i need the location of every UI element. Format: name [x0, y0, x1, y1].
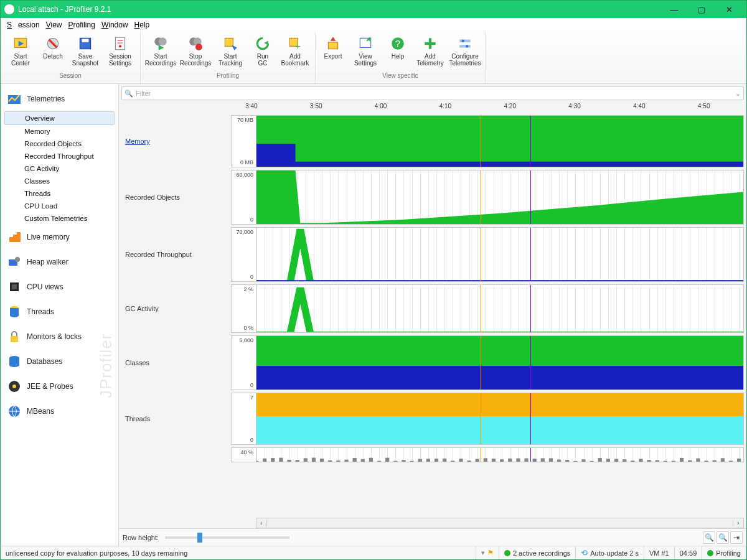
- y-axis: 70 MB0 MB: [231, 115, 256, 167]
- toolbar-run-gc[interactable]: RunGC: [248, 34, 278, 72]
- menubar: Session View Profiling Window Help: [1, 18, 746, 32]
- menu-profiling[interactable]: Profiling: [68, 21, 95, 29]
- svg-rect-6: [115, 37, 125, 50]
- marker-tools[interactable]: ▾ ⚑: [476, 546, 499, 559]
- chart-label: Recorded Objects: [121, 170, 231, 225]
- chart-label: [121, 447, 231, 462]
- sidebar-heap-walker[interactable]: Heap walker: [1, 250, 118, 274]
- time-status: 04:59: [675, 546, 703, 559]
- svg-point-9: [159, 37, 167, 45]
- sidebar-item-gc-activity[interactable]: GC Activity: [1, 162, 118, 175]
- toolbar-view-settings[interactable]: ViewSettings: [348, 34, 383, 72]
- sidebar-item-threads[interactable]: Threads: [1, 187, 118, 200]
- svg-point-40: [10, 314, 19, 317]
- toolbar-help[interactable]: ?Help: [383, 34, 413, 72]
- toolbar-stop-rec[interactable]: StopRecordings: [178, 34, 213, 72]
- menu-view[interactable]: View: [46, 21, 62, 29]
- scroll-left-icon[interactable]: ‹: [256, 520, 267, 526]
- minimize-button[interactable]: —: [660, 1, 688, 18]
- sidebar-item-cpu-load[interactable]: CPU Load: [1, 200, 118, 212]
- svg-rect-37: [12, 284, 17, 289]
- app-icon: [4, 4, 14, 14]
- time-tick: 4:30: [568, 103, 580, 110]
- maximize-button[interactable]: ▢: [688, 1, 715, 18]
- toolbar-start-rec[interactable]: StartRecordings: [143, 34, 178, 72]
- toolbar-export[interactable]: Export: [318, 34, 348, 72]
- toolbar-bookmark[interactable]: +AddBookmark: [278, 34, 312, 72]
- sidebar-item-overview[interactable]: Overview: [4, 111, 115, 125]
- time-tick: 4:50: [698, 103, 710, 110]
- sidebar-jee[interactable]: JEE & Probes: [1, 374, 118, 399]
- menu-help[interactable]: Help: [134, 21, 150, 29]
- scroll-right-icon[interactable]: ›: [733, 520, 743, 526]
- close-button[interactable]: ✕: [715, 1, 743, 18]
- chart-row-gc-activity: GC Activity2 %0 %: [121, 284, 744, 335]
- charts: Memory70 MB0 MBRecorded Objects60,0000Re…: [121, 115, 744, 518]
- zoom-in-icon[interactable]: 🔍: [703, 531, 715, 544]
- sidebar-cpu-views[interactable]: CPU views: [1, 274, 118, 299]
- chart-plot[interactable]: [256, 170, 744, 225]
- main-area: 🔍 Filter ⌄ 3:403:504:004:104:204:304:404…: [119, 84, 746, 546]
- chart-row-threads: Threads70: [121, 393, 744, 447]
- chart-label: Recorded Throughput: [121, 227, 231, 282]
- license-status: unlicensed copy for evaluation purposes,…: [1, 546, 476, 559]
- sidebar: TelemetriesOverviewMemoryRecorded Object…: [1, 84, 119, 546]
- svg-point-35: [15, 257, 20, 262]
- row-height-slider[interactable]: [165, 536, 289, 539]
- sidebar-telemetries[interactable]: Telemetries: [1, 86, 118, 111]
- chart-label: Threads: [121, 393, 231, 445]
- statusbar: unlicensed copy for evaluation purposes,…: [1, 546, 746, 559]
- mode-status[interactable]: Profiling: [702, 546, 746, 559]
- toolbar-start-track[interactable]: StartTracking: [213, 34, 248, 72]
- dropdown-icon[interactable]: ⌄: [735, 90, 741, 98]
- time-axis: 3:403:504:004:104:204:304:404:50: [231, 103, 744, 115]
- sidebar-mbeans[interactable]: MBeans: [1, 399, 118, 424]
- sidebar-monitors[interactable]: Monitors & locks: [1, 324, 118, 349]
- chart-row-recorded-objects: Recorded Objects60,0000: [121, 170, 744, 227]
- sidebar-threads[interactable]: Threads: [1, 299, 118, 324]
- svg-text:+: +: [295, 40, 301, 51]
- svg-rect-31: [9, 237, 13, 242]
- svg-rect-19: [328, 42, 337, 49]
- sidebar-item-recorded-objects[interactable]: Recorded Objects: [1, 138, 118, 150]
- toolbar-session-settings[interactable]: SessionSettings: [103, 34, 138, 72]
- auto-update-status[interactable]: ⟲Auto-update 2 s: [576, 546, 644, 559]
- horizontal-scrollbar[interactable]: ‹ ›: [256, 518, 744, 528]
- sidebar-databases[interactable]: Databases: [1, 349, 118, 374]
- sidebar-live-memory[interactable]: Live memory: [1, 225, 118, 250]
- toolbar-conf-tele[interactable]: ConfigureTelemetries: [448, 34, 482, 72]
- time-tick: 4:00: [375, 103, 387, 110]
- chart-plot[interactable]: [256, 284, 744, 333]
- menu-session[interactable]: Session: [7, 21, 40, 29]
- time-tick: 4:40: [633, 103, 645, 110]
- sidebar-item-recorded-throughput[interactable]: Recorded Throughput: [1, 150, 118, 162]
- sidebar-item-memory[interactable]: Memory: [1, 125, 118, 138]
- sidebar-item-custom-telemetries[interactable]: Custom Telemetries: [1, 212, 118, 225]
- toolbar-start-center[interactable]: StartCenter: [3, 34, 38, 72]
- y-axis: 70,0000: [231, 227, 256, 282]
- svg-rect-32: [13, 235, 17, 242]
- search-icon: 🔍: [125, 90, 133, 98]
- svg-text:?: ?: [395, 38, 400, 49]
- svg-point-7: [119, 45, 121, 47]
- y-axis: 2 %0 %: [231, 284, 256, 333]
- window-title: Local attach - JProfiler 9.2.1: [18, 5, 111, 14]
- zoom-out-icon[interactable]: 🔍: [716, 531, 729, 544]
- chart-row-classes: Classes5,0000: [121, 335, 744, 393]
- chart-plot[interactable]: [256, 447, 744, 462]
- svg-point-29: [466, 45, 468, 47]
- recordings-status[interactable]: 2 active recordings: [499, 546, 576, 559]
- fit-icon[interactable]: ⇥: [730, 531, 743, 544]
- sidebar-item-classes[interactable]: Classes: [1, 175, 118, 187]
- toolbar-detach[interactable]: Detach: [38, 34, 68, 72]
- chart-plot[interactable]: [256, 227, 744, 282]
- menu-window[interactable]: Window: [101, 21, 128, 29]
- chart-plot[interactable]: [256, 115, 744, 167]
- filter-input[interactable]: 🔍 Filter ⌄: [121, 86, 744, 100]
- toolbar-save-snapshot[interactable]: SaveSnapshot: [68, 34, 103, 72]
- y-axis: 60,0000: [231, 170, 256, 225]
- toolbar-add-tele[interactable]: AddTelemetry: [413, 34, 448, 72]
- chart-plot[interactable]: [256, 393, 744, 445]
- y-axis: 70: [231, 393, 256, 445]
- chart-plot[interactable]: [256, 335, 744, 390]
